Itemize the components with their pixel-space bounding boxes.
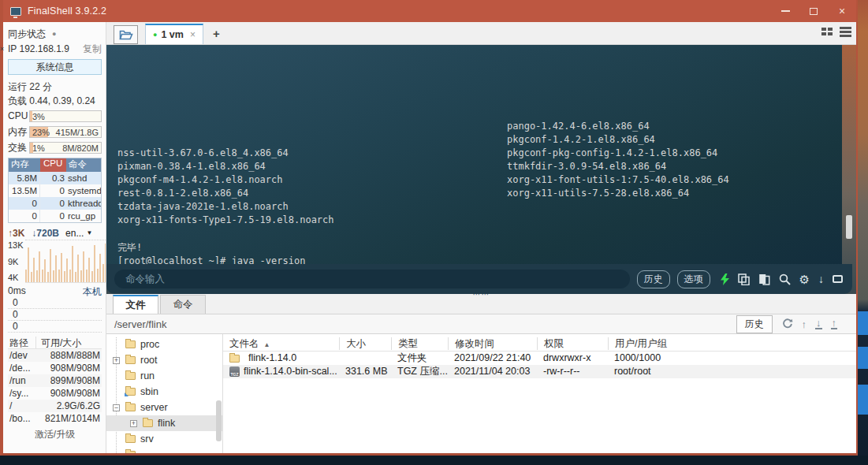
- net-bar: [83, 251, 84, 282]
- ping-row: 0: [8, 309, 102, 321]
- command-input[interactable]: [114, 270, 630, 288]
- chevron-down-icon[interactable]: ▼: [86, 229, 92, 236]
- background-window-fragment: [858, 385, 868, 415]
- tab-files[interactable]: 文件: [113, 295, 158, 314]
- path-history-button[interactable]: 历史: [736, 315, 773, 333]
- memory-detail: 415M/1.8G: [56, 128, 99, 137]
- tree-expander-icon[interactable]: +: [113, 357, 120, 364]
- file-permissions: -rw-r--r--: [537, 365, 608, 378]
- search-icon[interactable]: [779, 273, 791, 285]
- file-row[interactable]: flink-1.14.0 文件夹 2021/09/22 21:40 drwxrw…: [223, 352, 856, 365]
- directory-tree: proc + root: [106, 334, 223, 453]
- tree-item[interactable]: proc: [106, 337, 222, 352]
- tree-expander-icon[interactable]: −: [113, 404, 120, 411]
- options-button[interactable]: 选项: [677, 270, 710, 288]
- terminal-line: ttmkfdir-3.0.9-54.el8.x86_64: [507, 160, 729, 173]
- load-label: 负载 0.44, 0.39, 0.24: [8, 95, 102, 106]
- file-mtime: 2021/09/22 21:40: [448, 352, 537, 365]
- ip-label: IP 192.168.1.9: [8, 43, 69, 54]
- swap-label: 交换: [8, 141, 29, 154]
- paste-icon[interactable]: [758, 273, 770, 285]
- tree-expander-icon[interactable]: +: [130, 420, 137, 427]
- file-size: 331.6 MB: [339, 365, 391, 378]
- column-header-type[interactable]: 类型: [391, 337, 448, 350]
- process-memory: 13.5M: [9, 184, 40, 197]
- process-cpu: 0.3: [40, 172, 66, 184]
- current-path-input[interactable]: /server/flink: [114, 318, 736, 330]
- tree-item-label: root: [140, 355, 158, 366]
- folder-icon: [125, 388, 136, 396]
- tab-close-icon[interactable]: ×: [190, 29, 196, 40]
- disk-header-size[interactable]: 可用/大小: [36, 337, 102, 348]
- copy-icon[interactable]: [738, 273, 750, 285]
- process-command: sshd: [66, 172, 101, 184]
- memory-value: 23%: [32, 128, 50, 137]
- process-header-memory[interactable]: 内存: [9, 158, 40, 172]
- send-down-icon[interactable]: ↓: [818, 273, 824, 285]
- parent-directory-icon[interactable]: ↑: [802, 318, 807, 330]
- finalshell-window: FinalShell 3.9.2.2 × 同步状态 ● IP 192.168.1…: [0, 0, 858, 456]
- column-header-mtime[interactable]: 修改时间: [448, 337, 537, 350]
- process-memory: 0: [9, 210, 40, 222]
- tree-item[interactable]: run: [106, 368, 222, 384]
- tree-item[interactable]: + root: [106, 352, 222, 368]
- connection-manager-button[interactable]: [114, 25, 138, 44]
- file-list-header: 文件名▲ 大小 类型 修改时间 权限 用户/用户组: [223, 336, 856, 352]
- minimize-button[interactable]: [771, 0, 799, 22]
- terminal-scrollbar[interactable]: [842, 45, 856, 264]
- terminal-line: xorg-x11-fonts-Type1-7.5-19.el8.noarch: [117, 214, 842, 227]
- tab-1-vm[interactable]: ● 1 vm ×: [145, 24, 203, 44]
- net-bar: [99, 254, 101, 282]
- process-header-command[interactable]: 命令: [66, 158, 101, 172]
- column-header-owner[interactable]: 用户/用户组: [608, 337, 856, 350]
- window-mode-icon[interactable]: [833, 275, 843, 283]
- disk-header-path[interactable]: 路径: [8, 337, 36, 348]
- disk-path: /: [8, 400, 36, 412]
- lightning-icon[interactable]: [721, 273, 729, 285]
- column-header-size[interactable]: 大小: [339, 337, 391, 350]
- terminal-line: xorg-x11-font-utils-1:7.5-40.el8.x86_64: [507, 173, 729, 187]
- drag-handle[interactable]: ⋯⋯: [473, 290, 490, 299]
- process-command: kthreadd: [66, 197, 101, 210]
- tree-item[interactable]: [106, 447, 222, 453]
- network-traffic-chart: 13K9K4K: [8, 240, 102, 283]
- terminal-scrollbar-thumb[interactable]: [846, 215, 852, 239]
- menu-icon[interactable]: [840, 27, 851, 37]
- gear-icon[interactable]: ⚙: [799, 273, 810, 285]
- maximize-button[interactable]: [799, 0, 828, 22]
- disk-row: /sy... 908M/908M: [8, 387, 102, 400]
- new-tab-button[interactable]: +: [203, 25, 229, 44]
- download-icon[interactable]: ↓: [815, 318, 822, 329]
- package-list-left: nss-util-3.67.0-6.el8_4.x86_64pixman-0.3…: [117, 106, 842, 227]
- net-bar: [86, 270, 88, 282]
- titlebar[interactable]: FinalShell 3.9.2.2 ×: [3, 0, 856, 22]
- refresh-icon[interactable]: [782, 318, 793, 329]
- tree-item[interactable]: − server: [106, 400, 222, 415]
- file-type: 文件夹: [391, 352, 448, 365]
- terminal-line: pango-1.42.4-6.el8.x86_64: [507, 120, 729, 133]
- upload-icon[interactable]: ↑: [831, 318, 838, 329]
- layout-grid-icon[interactable]: [821, 28, 833, 35]
- column-header-filename[interactable]: 文件名▲: [223, 337, 339, 350]
- copy-ip-button[interactable]: 复制: [83, 43, 102, 56]
- tree-item[interactable]: srv: [106, 431, 222, 447]
- column-header-permissions[interactable]: 权限: [537, 337, 608, 350]
- tab-commands[interactable]: 命令: [160, 295, 206, 314]
- tree-scrollbar-thumb[interactable]: [216, 400, 222, 441]
- terminal[interactable]: nss-util-3.67.0-6.el8_4.x86_64pixman-0.3…: [106, 45, 842, 264]
- tree-item-label: srv: [140, 433, 154, 445]
- tree-item[interactable]: + flink: [106, 415, 222, 431]
- close-button[interactable]: ×: [828, 0, 856, 22]
- system-info-button[interactable]: 系统信息: [8, 59, 102, 75]
- process-row: 0 0 kthreadd: [9, 197, 101, 210]
- activate-upgrade-link[interactable]: 激活/升级: [8, 428, 102, 441]
- cpu-meter: CPU 3%: [8, 109, 102, 123]
- interface-select[interactable]: en...: [65, 228, 84, 239]
- process-header-cpu[interactable]: CPU: [40, 158, 66, 172]
- terminal-line: pkgconf-m4-1.4.2-1.el8.noarch: [117, 173, 842, 187]
- history-button[interactable]: 历史: [637, 270, 670, 288]
- net-bar: [97, 269, 99, 282]
- file-row[interactable]: TGZ flink-1.14.0-bin-scal... 331.6 MB TG…: [223, 365, 856, 378]
- net-bar: [66, 259, 68, 282]
- tree-item[interactable]: sbin: [106, 384, 222, 400]
